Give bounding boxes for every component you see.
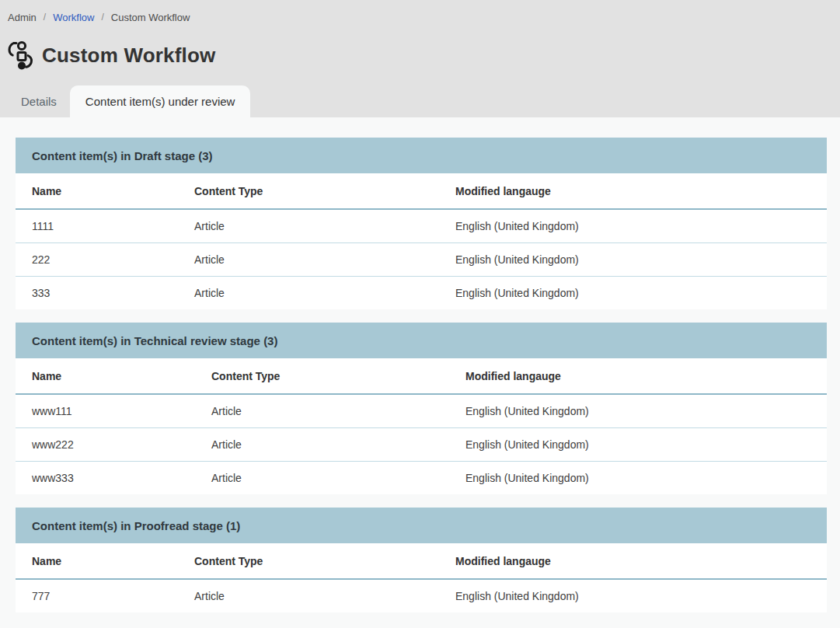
breadcrumb-item-workflow[interactable]: Workflow bbox=[53, 12, 94, 23]
breadcrumb-separator: / bbox=[44, 12, 46, 23]
page: Admin / Workflow / Custom Workflow Custo… bbox=[0, 0, 840, 628]
breadcrumb-separator: / bbox=[101, 12, 103, 23]
cell-content-type: Article bbox=[211, 394, 465, 428]
cell-modified-language: English (United Kingdom) bbox=[455, 579, 827, 612]
cell-name: www333 bbox=[16, 462, 211, 495]
table-header-row: Name Content Type Modified langauge bbox=[16, 173, 827, 209]
table-row[interactable]: 222 Article English (United Kingdom) bbox=[16, 243, 827, 277]
table-header-row: Name Content Type Modified langauge bbox=[16, 543, 827, 579]
tab-details[interactable]: Details bbox=[8, 85, 70, 117]
cell-modified-language: English (United Kingdom) bbox=[455, 209, 827, 243]
cell-modified-language: English (United Kingdom) bbox=[465, 428, 827, 462]
cell-name: 1111 bbox=[16, 209, 194, 243]
breadcrumb: Admin / Workflow / Custom Workflow bbox=[0, 9, 840, 25]
column-header-content-type: Content Type bbox=[194, 173, 455, 209]
cell-name: 333 bbox=[16, 277, 194, 310]
table-row[interactable]: www111 Article English (United Kingdom) bbox=[16, 394, 827, 428]
cell-modified-language: English (United Kingdom) bbox=[455, 277, 827, 310]
column-header-name: Name bbox=[16, 173, 194, 209]
cell-name: www222 bbox=[16, 428, 211, 462]
tab-content-items-under-review[interactable]: Content item(s) under review bbox=[70, 85, 251, 117]
column-header-modified-language: Modified langauge bbox=[455, 543, 827, 579]
stage-section-proofread: Content item(s) in Proofread stage (1) N… bbox=[16, 508, 827, 612]
column-header-name: Name bbox=[16, 358, 211, 394]
page-title: Custom Workflow bbox=[42, 44, 216, 68]
stage-table-proofread: Name Content Type Modified langauge 777 … bbox=[16, 543, 827, 612]
page-header: Admin / Workflow / Custom Workflow Custo… bbox=[0, 0, 840, 117]
cell-content-type: Article bbox=[194, 277, 455, 310]
table-header-row: Name Content Type Modified langauge bbox=[16, 358, 827, 394]
table-row[interactable]: 777 Article English (United Kingdom) bbox=[16, 579, 827, 612]
workflow-icon bbox=[6, 40, 34, 71]
stage-section-technical-review: Content item(s) in Technical review stag… bbox=[16, 323, 827, 494]
tab-bar: Details Content item(s) under review bbox=[0, 85, 840, 117]
cell-content-type: Article bbox=[211, 428, 465, 462]
column-header-name: Name bbox=[16, 543, 194, 579]
stage-header-proofread: Content item(s) in Proofread stage (1) bbox=[16, 508, 827, 543]
cell-modified-language: English (United Kingdom) bbox=[455, 243, 827, 277]
column-header-content-type: Content Type bbox=[211, 358, 465, 394]
cell-content-type: Article bbox=[194, 243, 455, 277]
title-bar: Custom Workflow bbox=[0, 38, 840, 72]
stage-table-draft: Name Content Type Modified langauge 1111… bbox=[16, 173, 827, 309]
stage-section-draft: Content item(s) in Draft stage (3) Name … bbox=[16, 138, 827, 309]
cell-name: 777 bbox=[16, 579, 194, 612]
table-row[interactable]: 333 Article English (United Kingdom) bbox=[16, 277, 827, 310]
cell-content-type: Article bbox=[194, 579, 455, 612]
table-row[interactable]: www333 Article English (United Kingdom) bbox=[16, 462, 827, 495]
stage-header-draft: Content item(s) in Draft stage (3) bbox=[16, 138, 827, 173]
cell-content-type: Article bbox=[194, 209, 455, 243]
content-area: Content item(s) in Draft stage (3) Name … bbox=[0, 117, 840, 628]
cell-name: www111 bbox=[16, 394, 211, 428]
column-header-modified-language: Modified langauge bbox=[465, 358, 827, 394]
breadcrumb-item-current: Custom Workflow bbox=[111, 12, 190, 23]
table-row[interactable]: 1111 Article English (United Kingdom) bbox=[16, 209, 827, 243]
cell-modified-language: English (United Kingdom) bbox=[465, 394, 827, 428]
stage-table-technical-review: Name Content Type Modified langauge www1… bbox=[16, 358, 827, 494]
cell-modified-language: English (United Kingdom) bbox=[465, 462, 827, 495]
table-row[interactable]: www222 Article English (United Kingdom) bbox=[16, 428, 827, 462]
cell-name: 222 bbox=[16, 243, 194, 277]
cell-content-type: Article bbox=[211, 462, 465, 495]
stage-header-technical-review: Content item(s) in Technical review stag… bbox=[16, 323, 827, 358]
breadcrumb-item-admin[interactable]: Admin bbox=[8, 12, 37, 23]
column-header-modified-language: Modified langauge bbox=[455, 173, 827, 209]
column-header-content-type: Content Type bbox=[194, 543, 455, 579]
